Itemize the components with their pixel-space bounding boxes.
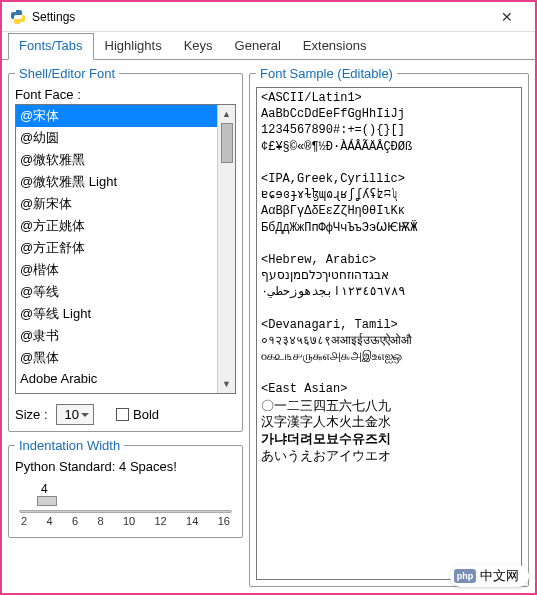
size-select[interactable]: 10 bbox=[56, 404, 94, 425]
tab-bar: Fonts/TabsHighlightsKeysGeneralExtension… bbox=[2, 32, 535, 60]
slider-tick: 2 bbox=[21, 515, 27, 527]
slider-thumb[interactable] bbox=[37, 496, 57, 506]
font-option[interactable]: Adobe Arabic bbox=[16, 369, 217, 388]
slider-tick: 12 bbox=[154, 515, 166, 527]
sample-line: 〇一二三四五六七八九 bbox=[261, 398, 517, 415]
font-sample-textarea[interactable]: <ASCII/Latin1>AaBbCcDdEeFfGgHhIiJj123456… bbox=[256, 87, 522, 580]
sample-line: ɐɕɘɞɟɤɫɮɰɷɻʁʃʆʎʢʫʭʯ bbox=[261, 187, 517, 203]
tab-highlights[interactable]: Highlights bbox=[94, 33, 173, 60]
font-option[interactable]: @隶书 bbox=[16, 325, 217, 347]
sample-line: БбДдЖжПпФфЧчЪъЭэѠѤѬӜ bbox=[261, 220, 517, 236]
close-button[interactable]: ✕ bbox=[487, 2, 527, 32]
size-label: Size : bbox=[15, 407, 48, 422]
sample-line: 가냐더려모뵤수유즈치 bbox=[261, 431, 517, 448]
font-option[interactable]: @幼圆 bbox=[16, 127, 217, 149]
bold-checkbox[interactable]: Bold bbox=[116, 407, 159, 422]
font-option[interactable]: @等线 bbox=[16, 281, 217, 303]
slider-tick: 16 bbox=[218, 515, 230, 527]
slider-tick: 8 bbox=[97, 515, 103, 527]
scroll-down-arrow[interactable]: ▼ bbox=[218, 377, 235, 391]
sample-line: אבגדהוזחטיךכלםמןנסעף bbox=[261, 268, 517, 284]
sample-line: ௦௧௨௩௪௫௬௭௮௯அஇஉஎஐஒ bbox=[261, 349, 517, 365]
sample-line bbox=[261, 155, 517, 171]
font-fieldset: Shell/Editor Font Font Face : @宋体@幼圆@微软雅… bbox=[8, 66, 243, 432]
sample-line: <ASCII/Latin1> bbox=[261, 90, 517, 106]
indent-slider[interactable]: 4 246810121416 bbox=[15, 482, 236, 527]
font-face-label: Font Face : bbox=[15, 87, 236, 102]
sample-line: ०१२३४५६७८९अआइईउऊएऐओऔ bbox=[261, 333, 517, 349]
indent-standard-label: Python Standard: 4 Spaces! bbox=[15, 459, 236, 474]
watermark-badge: php 中文网 bbox=[450, 565, 529, 587]
font-option[interactable]: @等线 Light bbox=[16, 303, 217, 325]
sample-legend: Font Sample (Editable) bbox=[256, 66, 397, 81]
svg-point-0 bbox=[14, 10, 16, 12]
sample-line: AaBbCcDdEeFfGgHhIiJj bbox=[261, 106, 517, 122]
indent-legend: Indentation Width bbox=[15, 438, 124, 453]
checkbox-icon bbox=[116, 408, 129, 421]
scroll-thumb[interactable] bbox=[221, 123, 233, 163]
font-scrollbar[interactable]: ▲ ▼ bbox=[217, 105, 235, 393]
font-option[interactable]: @微软雅黑 bbox=[16, 149, 217, 171]
tab-keys[interactable]: Keys bbox=[173, 33, 224, 60]
tab-extensions[interactable]: Extensions bbox=[292, 33, 378, 60]
sample-line bbox=[261, 365, 517, 381]
sample-line: 汉字漢字人木火土金水 bbox=[261, 414, 517, 431]
font-list-wrap: @宋体@幼圆@微软雅黑@微软雅黑 Light@新宋体@方正姚体@方正舒体@楷体@… bbox=[15, 104, 236, 394]
php-logo-icon: php bbox=[454, 569, 476, 583]
titlebar: Settings ✕ bbox=[2, 2, 535, 32]
sample-fieldset: Font Sample (Editable) <ASCII/Latin1>AaB… bbox=[249, 66, 529, 587]
sample-line: <IPA,Greek,Cyrillic> bbox=[261, 171, 517, 187]
slider-tick: 14 bbox=[186, 515, 198, 527]
sample-line: ¢£¥§©«®¶½Đ·ÀÁÂÃÄÅÇÐØß bbox=[261, 139, 517, 155]
sample-line: <Devanagari, Tamil> bbox=[261, 317, 517, 333]
sample-line bbox=[261, 300, 517, 316]
font-option[interactable]: @方正姚体 bbox=[16, 215, 217, 237]
sample-line: 1234567890#:+=(){}[] bbox=[261, 122, 517, 138]
python-icon bbox=[10, 9, 26, 25]
font-option[interactable]: @方正舒体 bbox=[16, 237, 217, 259]
sample-line: <East Asian> bbox=[261, 381, 517, 397]
content-area: Shell/Editor Font Font Face : @宋体@幼圆@微软雅… bbox=[2, 60, 535, 593]
slider-track[interactable] bbox=[19, 510, 232, 513]
sample-line: あいうえおアイウエオ bbox=[261, 448, 517, 465]
bold-label: Bold bbox=[133, 407, 159, 422]
sample-line bbox=[261, 236, 517, 252]
font-option[interactable]: @宋体 bbox=[16, 105, 217, 127]
slider-value: 4 bbox=[41, 482, 232, 496]
tab-general[interactable]: General bbox=[224, 33, 292, 60]
slider-tick: 10 bbox=[123, 515, 135, 527]
font-legend: Shell/Editor Font bbox=[15, 66, 119, 81]
font-option[interactable]: @微软雅黑 Light bbox=[16, 171, 217, 193]
font-option[interactable]: @黑体 bbox=[16, 347, 217, 369]
svg-point-1 bbox=[20, 21, 22, 23]
font-option[interactable]: @楷体 bbox=[16, 259, 217, 281]
sample-line: ΑαΒβΓγΔδΕεΖζΗηΘθΙιΚκ bbox=[261, 203, 517, 219]
size-row: Size : 10 Bold bbox=[15, 404, 236, 425]
sample-line: ١٢٣٤٥٦٧٨٩ابجدهوزحطي۰ bbox=[261, 284, 517, 300]
font-option[interactable]: Adobe Caslon Pro bbox=[16, 388, 217, 393]
scroll-up-arrow[interactable]: ▲ bbox=[218, 107, 235, 121]
indent-fieldset: Indentation Width Python Standard: 4 Spa… bbox=[8, 438, 243, 538]
slider-tick: 4 bbox=[46, 515, 52, 527]
font-option[interactable]: @新宋体 bbox=[16, 193, 217, 215]
window-title: Settings bbox=[32, 10, 487, 24]
watermark-text: 中文网 bbox=[480, 567, 519, 585]
slider-tick: 6 bbox=[72, 515, 78, 527]
slider-ticks: 246810121416 bbox=[19, 515, 232, 527]
font-list[interactable]: @宋体@幼圆@微软雅黑@微软雅黑 Light@新宋体@方正姚体@方正舒体@楷体@… bbox=[16, 105, 217, 393]
tab-fonts-tabs[interactable]: Fonts/Tabs bbox=[8, 33, 94, 60]
sample-line: <Hebrew, Arabic> bbox=[261, 252, 517, 268]
